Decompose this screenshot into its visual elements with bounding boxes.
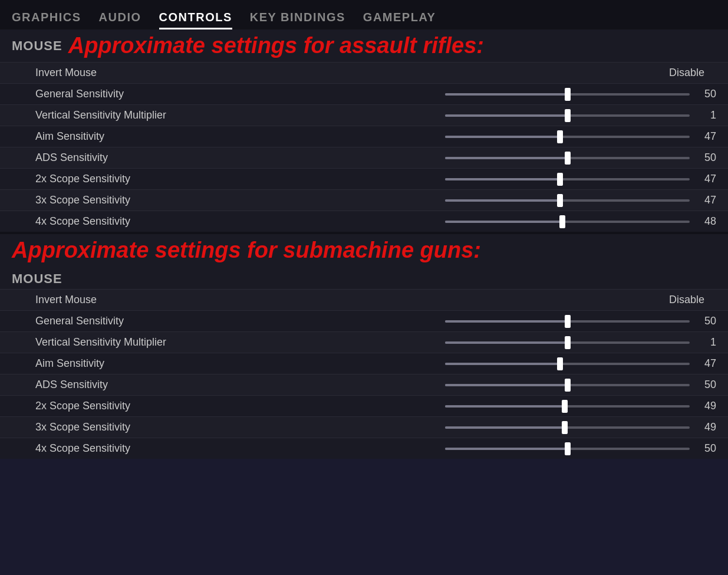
- slider-thumb[interactable]: [562, 400, 568, 413]
- nav-tab-key-bindings[interactable]: KEY BINDINGS: [250, 11, 345, 29]
- slider-value: 1: [690, 109, 716, 121]
- slider-fill: [445, 448, 568, 450]
- slider-value: 47: [690, 194, 716, 206]
- slider-thumb[interactable]: [557, 173, 563, 186]
- slider-thumb[interactable]: [565, 152, 571, 165]
- toggle-value[interactable]: Disable: [669, 67, 704, 79]
- nav-tab-graphics[interactable]: GRAPHICS: [12, 11, 81, 29]
- slider-value: 50: [690, 442, 716, 455]
- slider-track: [445, 93, 690, 96]
- setting-name: 2x Scope Sensitivity: [35, 173, 259, 185]
- slider-container[interactable]: 1: [445, 109, 716, 121]
- slider-thumb[interactable]: [565, 379, 571, 392]
- slider-fill: [445, 221, 562, 223]
- nav-tab-gameplay[interactable]: GAMEPLAY: [363, 11, 436, 29]
- setting-control: 50: [259, 88, 716, 100]
- slider-track: [445, 341, 690, 344]
- header: GRAPHICSAUDIOCONTROLSKEY BINDINGSGAMEPLA…: [0, 0, 728, 29]
- setting-row: Invert MouseDisable: [0, 62, 728, 83]
- slider-value: 47: [690, 357, 716, 370]
- setting-name: Vertical Sensitivity Multiplier: [35, 336, 259, 349]
- setting-row: 4x Scope Sensitivity48: [0, 211, 728, 232]
- banner-text-1: Approximate settings for submachine guns…: [12, 238, 481, 263]
- setting-control: 47: [259, 194, 716, 206]
- slider-value: 47: [690, 130, 716, 143]
- slider-track: [445, 363, 690, 365]
- slider-container[interactable]: 1: [445, 336, 716, 349]
- slider-fill: [445, 178, 560, 180]
- slider-value: 47: [690, 173, 716, 185]
- slider-container[interactable]: 50: [445, 315, 716, 327]
- setting-row: ADS Sensitivity50: [0, 374, 728, 395]
- slider-container[interactable]: 48: [445, 215, 716, 228]
- slider-container[interactable]: 47: [445, 194, 716, 206]
- setting-name: ADS Sensitivity: [35, 379, 259, 391]
- nav-tab-audio[interactable]: AUDIO: [99, 11, 141, 29]
- setting-row: Aim Sensitivity47: [0, 353, 728, 374]
- setting-name: 4x Scope Sensitivity: [35, 442, 259, 455]
- setting-control: 1: [259, 109, 716, 121]
- section-banner-1: Approximate settings for submachine guns…: [0, 234, 728, 267]
- setting-control: 50: [259, 152, 716, 164]
- slider-track: [445, 448, 690, 450]
- setting-row: ADS Sensitivity50: [0, 147, 728, 168]
- slider-container[interactable]: 47: [445, 357, 716, 370]
- setting-name: 4x Scope Sensitivity: [35, 215, 259, 228]
- setting-control: 1: [259, 336, 716, 349]
- setting-name: Invert Mouse: [35, 67, 259, 79]
- slider-value: 1: [690, 336, 716, 349]
- setting-name: Aim Sensitivity: [35, 357, 259, 370]
- toggle-value[interactable]: Disable: [669, 294, 704, 306]
- slider-thumb[interactable]: [565, 109, 571, 122]
- slider-container[interactable]: 50: [445, 442, 716, 455]
- mouse-label-0: Mouse: [12, 38, 68, 54]
- slider-thumb[interactable]: [557, 194, 563, 207]
- slider-value: 49: [690, 400, 716, 412]
- slider-container[interactable]: 47: [445, 173, 716, 185]
- setting-row: 3x Scope Sensitivity47: [0, 189, 728, 211]
- slider-fill: [445, 199, 560, 202]
- slider-track: [445, 136, 690, 138]
- setting-control: Disable: [259, 294, 716, 306]
- slider-track: [445, 426, 690, 429]
- slider-track: [445, 320, 690, 323]
- setting-control: 50: [259, 379, 716, 391]
- nav-tab-controls[interactable]: CONTROLS: [159, 11, 232, 29]
- setting-name: General Sensitivity: [35, 88, 259, 100]
- slider-track: [445, 221, 690, 223]
- slider-container[interactable]: 49: [445, 400, 716, 412]
- setting-control: 50: [259, 442, 716, 455]
- slider-thumb[interactable]: [565, 315, 571, 328]
- slider-container[interactable]: 50: [445, 152, 716, 164]
- slider-thumb[interactable]: [557, 357, 563, 370]
- slider-thumb[interactable]: [557, 130, 563, 143]
- settings-table-1: Invert MouseDisableGeneral Sensitivity50…: [0, 289, 728, 459]
- slider-value: 49: [690, 421, 716, 433]
- slider-fill: [445, 384, 568, 386]
- setting-name: 3x Scope Sensitivity: [35, 194, 259, 206]
- slider-thumb[interactable]: [565, 88, 571, 101]
- setting-name: General Sensitivity: [35, 315, 259, 327]
- slider-container[interactable]: 47: [445, 130, 716, 143]
- slider-thumb[interactable]: [565, 336, 571, 349]
- banner-text-0: Approximate settings for assault rifles:: [68, 33, 484, 58]
- slider-container[interactable]: 50: [445, 379, 716, 391]
- setting-control: 49: [259, 421, 716, 433]
- setting-row: Vertical Sensitivity Multiplier1: [0, 104, 728, 126]
- nav-tabs: GRAPHICSAUDIOCONTROLSKEY BINDINGSGAMEPLA…: [12, 6, 716, 29]
- slider-thumb[interactable]: [565, 442, 571, 455]
- setting-row: Vertical Sensitivity Multiplier1: [0, 331, 728, 353]
- setting-control: 47: [259, 130, 716, 143]
- slider-thumb[interactable]: [559, 215, 565, 228]
- slider-container[interactable]: 50: [445, 88, 716, 100]
- slider-thumb[interactable]: [562, 421, 568, 434]
- slider-track: [445, 114, 690, 117]
- slider-container[interactable]: 49: [445, 421, 716, 433]
- slider-value: 50: [690, 88, 716, 100]
- setting-row: General Sensitivity50: [0, 83, 728, 104]
- settings-table-0: Invert MouseDisableGeneral Sensitivity50…: [0, 62, 728, 232]
- setting-row: 4x Scope Sensitivity50: [0, 438, 728, 459]
- setting-row: Invert MouseDisable: [0, 289, 728, 310]
- slider-track: [445, 405, 690, 408]
- setting-name: Invert Mouse: [35, 294, 259, 306]
